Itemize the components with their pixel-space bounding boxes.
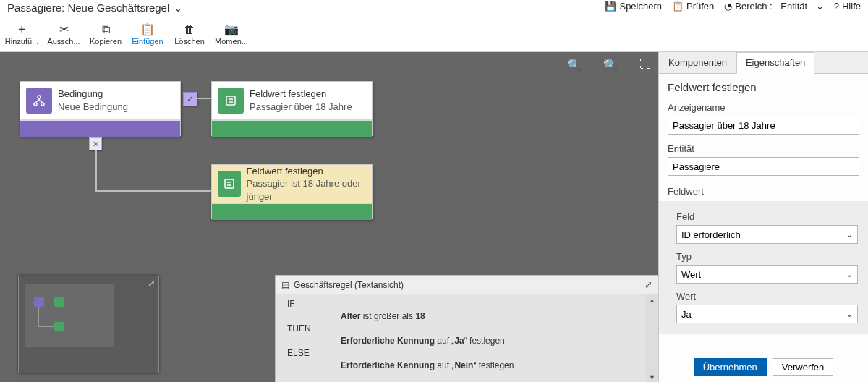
action-node-true[interactable]: Feldwert festlegenPassagier über 18 Jahr…: [211, 81, 373, 136]
then-expression: Erforderliche Kennung auf „Ja“ festlegen: [341, 336, 655, 346]
chevron-down-icon: ⌄: [174, 1, 183, 14]
svg-point-1: [34, 103, 37, 106]
display-name-label: Anzeigename: [668, 102, 859, 113]
paste-button[interactable]: 📋Einfügen: [133, 22, 162, 46]
svg-rect-4: [225, 179, 234, 188]
save-icon: 💾: [605, 1, 616, 12]
field-select[interactable]: [676, 225, 858, 244]
connector: [95, 150, 97, 190]
node-subtitle: Neue Bedingung: [58, 101, 128, 114]
setvalue-icon: [218, 88, 244, 114]
validate-button[interactable]: 📋Prüfen: [672, 1, 714, 12]
false-branch-icon[interactable]: ✕: [89, 137, 102, 150]
expand-icon[interactable]: ⤢: [644, 279, 652, 290]
scope-selector[interactable]: ◔Bereich : Entität ⌄: [724, 1, 823, 12]
trash-icon: 🗑: [184, 22, 195, 37]
save-button[interactable]: 💾Speichern: [605, 1, 662, 12]
else-expression: Erforderliche Kennung auf „Nein“ festleg…: [341, 360, 655, 370]
camera-icon: 📷: [224, 22, 239, 37]
then-keyword: THEN: [287, 323, 341, 334]
scroll-down-icon[interactable]: ▼: [648, 373, 656, 381]
field-label: Feld: [676, 211, 858, 222]
scissors-icon: ✂: [59, 22, 69, 37]
value-select[interactable]: [676, 305, 858, 323]
designer-canvas[interactable]: 🔍 🔍 ⛶ BedingungNeue Bedingung ✓ ✕ Feld: [0, 52, 658, 382]
svg-point-2: [41, 103, 44, 106]
type-select[interactable]: [676, 265, 858, 284]
fieldvalue-section: Feldwert: [668, 186, 859, 197]
fit-screen-icon[interactable]: ⛶: [639, 58, 651, 72]
command-bar: ＋Hinzufü... ✂Aussch... ⧉Kopieren 📋Einfüg…: [0, 16, 868, 52]
node-title: Feldwert festlegen: [250, 88, 352, 101]
node-subtitle: Passagier über 18 Jahre: [250, 101, 352, 114]
connector: [197, 98, 211, 99]
delete-button[interactable]: 🗑Löschen: [175, 22, 204, 46]
textview-icon: ▤: [281, 280, 289, 290]
type-label: Typ: [676, 251, 858, 262]
true-branch-icon[interactable]: ✓: [183, 92, 197, 106]
textview-title: Geschäftsregel (Textansicht): [294, 280, 404, 290]
scroll-up-icon[interactable]: ▲: [648, 296, 656, 304]
plus-icon: ＋: [16, 22, 27, 37]
entity-input[interactable]: [668, 157, 859, 176]
page-title[interactable]: Passagiere: Neue Geschäftsregel ⌄: [7, 1, 183, 14]
connector: [95, 190, 211, 192]
scope-icon: ◔: [724, 1, 732, 12]
svg-point-0: [38, 96, 41, 98]
setvalue-icon: [218, 171, 241, 197]
add-button[interactable]: ＋Hinzufü...: [7, 22, 36, 46]
svg-rect-3: [226, 96, 235, 105]
minimap[interactable]: ⤢: [18, 276, 159, 373]
chevron-down-icon: ⌄: [816, 1, 824, 12]
copy-button[interactable]: ⧉Kopieren: [91, 22, 120, 46]
header-bar: Passagiere: Neue Geschäftsregel ⌄ 💾Speic…: [0, 0, 868, 16]
discard-button[interactable]: Verwerfen: [773, 358, 834, 376]
snapshot-button[interactable]: 📷Momen...: [217, 22, 246, 46]
panel-title: Feldwert festlegen: [668, 81, 859, 93]
cut-button[interactable]: ✂Aussch...: [49, 22, 78, 46]
clipboard-icon: 📋: [672, 1, 684, 12]
tab-components[interactable]: Komponenten: [659, 52, 736, 73]
else-keyword: ELSE: [287, 348, 341, 358]
properties-panel: Komponenten Eigenschaften Feldwert festl…: [658, 52, 868, 382]
zoom-out-icon[interactable]: 🔍: [567, 58, 582, 72]
entity-label: Entität: [668, 143, 859, 154]
scrollbar[interactable]: ▲ ▼: [646, 294, 658, 382]
paste-icon: 📋: [140, 22, 155, 37]
node-subtitle: Passagier ist 18 Jahre oder jünger: [247, 177, 372, 203]
help-icon: ?: [834, 1, 839, 12]
zoom-in-icon[interactable]: 🔍: [603, 58, 618, 72]
tab-properties[interactable]: Eigenschaften: [736, 52, 814, 74]
if-keyword: IF: [287, 299, 341, 309]
if-expression: Alter ist größer als 18: [341, 311, 655, 321]
node-title: Feldwert festlegen: [247, 165, 372, 178]
display-name-input[interactable]: [668, 116, 859, 135]
expand-icon[interactable]: ⤢: [148, 278, 156, 289]
value-label: Wert: [676, 291, 858, 302]
copy-icon: ⧉: [102, 22, 110, 37]
condition-icon: [26, 88, 52, 114]
help-button[interactable]: ?Hilfe: [834, 1, 861, 12]
apply-button[interactable]: Übernehmen: [694, 358, 767, 376]
text-view-panel: ▤ Geschäftsregel (Textansicht) ⤢ IF Alte…: [275, 275, 658, 382]
page-title-text: Passagiere: Neue Geschäftsregel: [7, 1, 169, 14]
node-title: Bedingung: [58, 88, 128, 101]
condition-node[interactable]: BedingungNeue Bedingung: [20, 81, 181, 136]
action-node-false[interactable]: Feldwert festlegenPassagier ist 18 Jahre…: [211, 164, 373, 219]
